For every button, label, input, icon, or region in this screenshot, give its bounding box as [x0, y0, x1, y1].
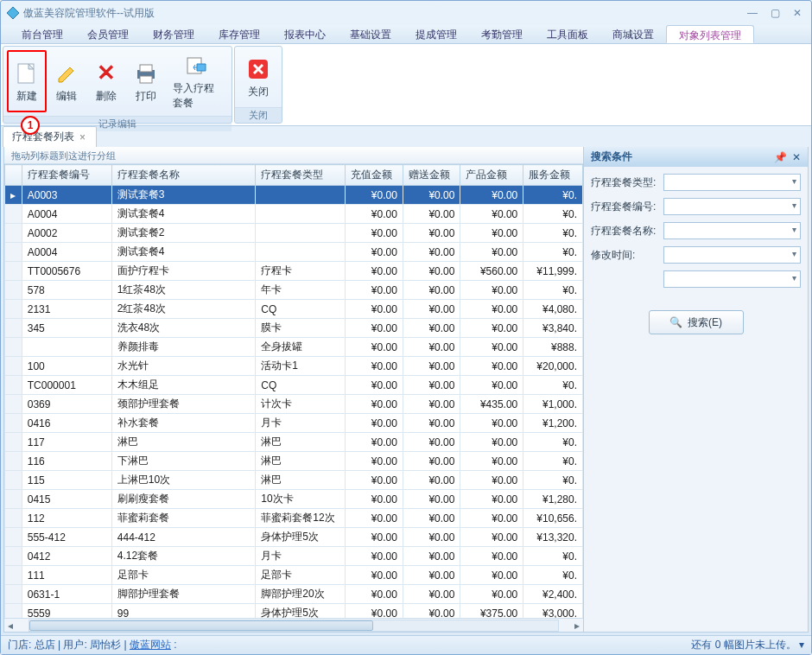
- table-row[interactable]: 0369颈部护理套餐计次卡¥0.00¥0.00¥435.00¥1,000.: [5, 395, 583, 414]
- search-panel: 搜索条件 📌 ✕ 疗程套餐类型: 疗程套餐编号: 疗程套餐名称: 修改时间: 🔍…: [583, 147, 808, 632]
- table-row[interactable]: 115上淋巴10次淋巴¥0.00¥0.00¥0.00¥0.: [5, 471, 583, 490]
- modify-time-to-combo[interactable]: [663, 270, 801, 288]
- table-row[interactable]: A0004测试套餐4¥0.00¥0.00¥0.00¥0.: [5, 205, 583, 224]
- svg-rect-4: [140, 65, 152, 72]
- field-label: 疗程套餐类型:: [591, 175, 660, 190]
- pin-icon[interactable]: 📌: [774, 151, 787, 163]
- table-row[interactable]: TC000001木木组足CQ¥0.00¥0.00¥0.00¥0.: [5, 376, 583, 395]
- table-row[interactable]: TT0005676面护疗程卡疗程卡¥0.00¥0.00¥560.00¥11,99…: [5, 262, 583, 281]
- table-row[interactable]: 养颜排毒全身拔罐¥0.00¥0.00¥0.00¥888.: [5, 338, 583, 357]
- scroll-right-icon[interactable]: ▸: [571, 620, 583, 632]
- table-row[interactable]: 345洗衣48次膜卡¥0.00¥0.00¥0.00¥3,840.: [5, 319, 583, 338]
- horizontal-scrollbar[interactable]: ◂ ▸: [4, 618, 583, 632]
- statusbar: 门店: 总店 | 用户: 周怡杉 | 傲蓝网站 : 还有 0 幅图片未上传。 ▾: [1, 635, 811, 654]
- column-header[interactable]: 赠送金额: [403, 165, 460, 186]
- menu-item[interactable]: 库存管理: [206, 25, 272, 43]
- menu-item[interactable]: 会员管理: [75, 25, 141, 43]
- package-id-combo[interactable]: [663, 198, 801, 215]
- menu-item[interactable]: 报表中心: [272, 25, 338, 43]
- table-row[interactable]: 555999身体护理5次¥0.00¥0.00¥375.00¥3,000.: [5, 604, 583, 619]
- import-icon: [183, 52, 211, 79]
- import-package-button[interactable]: 导入疗程套餐: [166, 50, 228, 112]
- menubar: 前台管理会员管理财务管理库存管理报表中心基础设置提成管理考勤管理工具面板商城设置…: [1, 25, 811, 44]
- delete-button[interactable]: ✕ 删除: [86, 50, 126, 112]
- tab-close-icon[interactable]: ×: [79, 131, 86, 143]
- column-header[interactable]: 疗程套餐类型: [256, 165, 346, 186]
- field-label: 疗程套餐编号:: [591, 200, 660, 214]
- column-header[interactable]: 产品金额: [460, 165, 523, 186]
- group-by-hint: 拖动列标题到这进行分组: [4, 147, 583, 164]
- menu-item[interactable]: 财务管理: [141, 25, 206, 43]
- edit-button[interactable]: 编辑: [47, 50, 86, 112]
- package-type-combo[interactable]: [663, 174, 801, 191]
- close-icon: [244, 55, 272, 83]
- titlebar: 傲蓝美容院管理软件--试用版 — ▢ ✕: [1, 1, 811, 25]
- field-label: 疗程套餐名称:: [591, 224, 660, 238]
- column-header[interactable]: 充值金额: [346, 165, 403, 186]
- column-header[interactable]: 疗程套餐名称: [111, 165, 255, 186]
- delete-icon: ✕: [92, 60, 120, 87]
- new-button[interactable]: 新建: [7, 50, 47, 112]
- table-row[interactable]: 0416补水套餐月卡¥0.00¥0.00¥0.00¥1,200.: [5, 414, 583, 433]
- svg-marker-0: [7, 7, 19, 19]
- edit-icon: [53, 60, 80, 87]
- search-button[interactable]: 🔍 搜索(E): [649, 310, 744, 334]
- table-row[interactable]: 5781红茶48次年卡¥0.00¥0.00¥0.00¥0.: [5, 281, 583, 300]
- maximize-button[interactable]: ▢: [766, 7, 783, 19]
- print-button[interactable]: 打印: [126, 50, 166, 112]
- menu-item[interactable]: 对象列表管理: [666, 25, 754, 43]
- ribbon: 新建 编辑 ✕ 删除 打印 导入疗程套餐 记录: [1, 44, 811, 126]
- data-grid[interactable]: 疗程套餐编号疗程套餐名称疗程套餐类型充值金额赠送金额产品金额服务金额 ▸A000…: [4, 164, 583, 618]
- app-logo-icon: [6, 6, 20, 20]
- menu-item[interactable]: 工具面板: [535, 25, 600, 43]
- table-row[interactable]: 117淋巴淋巴¥0.00¥0.00¥0.00¥0.: [5, 433, 583, 452]
- new-icon: [13, 60, 41, 87]
- ribbon-group-title: 关闭: [235, 107, 282, 123]
- table-row[interactable]: 555-412444-412身体护理5次¥0.00¥0.00¥0.00¥13,3…: [5, 528, 583, 547]
- table-row[interactable]: 111足部卡足部卡¥0.00¥0.00¥0.00¥0.: [5, 566, 583, 585]
- tab-package-list[interactable]: 疗程套餐列表 ×: [3, 126, 97, 147]
- close-button[interactable]: 关闭: [238, 50, 278, 104]
- close-window-button[interactable]: ✕: [789, 7, 806, 19]
- search-panel-title: 搜索条件: [591, 149, 632, 164]
- table-row[interactable]: 116下淋巴淋巴¥0.00¥0.00¥0.00¥0.: [5, 452, 583, 471]
- website-link[interactable]: 傲蓝网站: [130, 639, 171, 651]
- package-name-combo[interactable]: [663, 222, 801, 239]
- modify-time-from-combo[interactable]: [663, 246, 801, 264]
- menu-item[interactable]: 考勤管理: [469, 25, 535, 43]
- window-title: 傲蓝美容院管理软件--试用版: [23, 6, 744, 21]
- svg-rect-5: [140, 76, 152, 83]
- table-row[interactable]: 0631-1脚部护理套餐脚部护理20次¥0.00¥0.00¥0.00¥2,400…: [5, 585, 583, 604]
- table-row[interactable]: A0004测试套餐4¥0.00¥0.00¥0.00¥0.: [5, 243, 583, 262]
- menu-item[interactable]: 基础设置: [338, 25, 403, 43]
- table-row[interactable]: 100水光针活动卡1¥0.00¥0.00¥0.00¥20,000.: [5, 357, 583, 376]
- table-row[interactable]: A0002测试套餐2¥0.00¥0.00¥0.00¥0.: [5, 224, 583, 243]
- table-row[interactable]: 04124.12套餐月卡¥0.00¥0.00¥0.00¥0.: [5, 547, 583, 566]
- scroll-thumb[interactable]: [29, 620, 373, 631]
- field-label: 修改时间:: [591, 248, 660, 263]
- table-row[interactable]: 21312红茶48次CQ¥0.00¥0.00¥0.00¥4,080.: [5, 300, 583, 319]
- table-row[interactable]: 0415刷刷瘦套餐10次卡¥0.00¥0.00¥0.00¥1,280.: [5, 490, 583, 509]
- panel-close-icon[interactable]: ✕: [792, 151, 801, 163]
- minimize-button[interactable]: —: [744, 7, 761, 19]
- menu-item[interactable]: 前台管理: [10, 25, 75, 43]
- scroll-left-icon[interactable]: ◂: [4, 620, 16, 632]
- table-row[interactable]: 112菲蜜莉套餐菲蜜莉套餐12次¥0.00¥0.00¥0.00¥10,656.: [5, 509, 583, 528]
- menu-item[interactable]: 商城设置: [600, 25, 666, 43]
- column-header[interactable]: 疗程套餐编号: [22, 165, 111, 186]
- column-header[interactable]: 服务金额: [523, 165, 583, 186]
- annotation-marker: 1: [21, 116, 40, 135]
- print-icon: [132, 60, 160, 87]
- menu-item[interactable]: 提成管理: [403, 25, 469, 43]
- tabstrip: 疗程套餐列表 ×: [1, 126, 811, 147]
- table-row[interactable]: ▸A0003测试套餐3¥0.00¥0.00¥0.00¥0.: [5, 186, 583, 205]
- search-icon: 🔍: [669, 316, 682, 328]
